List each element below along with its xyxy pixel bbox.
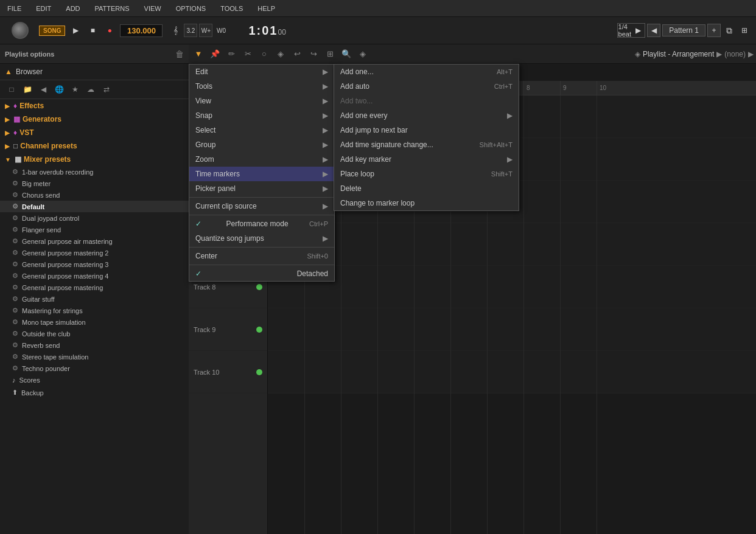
- mixer-item-13[interactable]: ⚙ Mono tape simulation: [0, 316, 189, 328]
- mixer-item-16[interactable]: ⚙ Stereo tape simulation: [0, 351, 189, 362]
- sidebar-vst-header[interactable]: ▶ ♦ VST: [0, 126, 189, 139]
- new-doc-icon[interactable]: □: [5, 83, 18, 96]
- beat-arrow-right[interactable]: ▶: [631, 24, 645, 37]
- mixer-item-11[interactable]: ⚙ Guitar stuff: [0, 293, 189, 305]
- web-icon[interactable]: 🌐: [52, 83, 66, 96]
- mixer-item-6[interactable]: ⚙ General purpose air mastering: [0, 235, 189, 247]
- menu-group-item[interactable]: Group ▶: [189, 137, 334, 152]
- menu-performance-mode-item[interactable]: ✓ Performance mode Ctrl+P: [189, 217, 334, 231]
- scores-item[interactable]: ♪ Scores: [0, 374, 189, 386]
- time-sig-display[interactable]: 3.2: [184, 24, 197, 37]
- folder-icon[interactable]: 📁: [21, 83, 34, 96]
- track-dot-6: [256, 369, 262, 375]
- stop-button[interactable]: ■: [86, 24, 99, 37]
- mixer-item-17[interactable]: ⚙ Techno pounder: [0, 362, 189, 374]
- mixer-item-1[interactable]: ⚙ Big meter: [0, 178, 189, 189]
- submenu-add-one-every[interactable]: Add one every ▶: [334, 108, 519, 123]
- menu-tools[interactable]: TOOLS: [218, 4, 245, 13]
- bpm-display[interactable]: 130.000: [120, 24, 163, 37]
- pl-pin-btn[interactable]: 📌: [208, 47, 222, 61]
- gear-icon-6: ⚙: [12, 237, 18, 245]
- mixer-item-8[interactable]: ⚙ General purpose mastering 3: [0, 258, 189, 270]
- menu-add[interactable]: ADD: [63, 4, 82, 13]
- menu-patterns[interactable]: PATTERNS: [93, 4, 132, 13]
- metronome-icon[interactable]: 𝄞: [169, 24, 182, 37]
- mixer-item-7[interactable]: ⚙ General purpose mastering 2: [0, 247, 189, 258]
- grid-line-10: [597, 95, 597, 534]
- beat-label-display[interactable]: 1/4 beat: [618, 24, 631, 37]
- trash-button[interactable]: 🗑: [175, 49, 184, 59]
- backup-item[interactable]: ⬆ Backup: [0, 386, 189, 399]
- mixer-item-0[interactable]: ⚙ 1-bar overdub recording: [0, 166, 189, 178]
- mixer-item-label-17: Techno pounder: [22, 365, 70, 372]
- menu-picker-panel-item[interactable]: Picker panel ▶: [189, 181, 334, 196]
- submenu-add-time-sig[interactable]: Add time signature change... Shift+Alt+T: [334, 137, 519, 152]
- submenu-add-jump[interactable]: Add jump to next bar: [334, 123, 519, 137]
- play-button[interactable]: ▶: [69, 24, 82, 37]
- pl-fit-btn[interactable]: ⊞: [323, 47, 337, 61]
- menu-edit-item[interactable]: Edit ▶: [189, 64, 334, 79]
- pl-vol-btn[interactable]: ◈: [273, 47, 288, 61]
- record-button[interactable]: ●: [103, 24, 116, 37]
- menu-view-item[interactable]: View ▶: [189, 94, 334, 108]
- menu-quantize-item[interactable]: Quantize song jumps ▶: [189, 231, 334, 246]
- mixer-icon[interactable]: W0: [214, 24, 228, 37]
- submenu-change-to-marker-loop[interactable]: Change to marker loop: [334, 196, 519, 210]
- submenu-add-one[interactable]: Add one... Alt+T: [334, 64, 519, 79]
- menu-current-clip-label: Current clip source: [195, 202, 257, 210]
- pl-zoom-btn[interactable]: 🔍: [339, 47, 354, 61]
- menu-options[interactable]: OPTIONS: [173, 4, 209, 13]
- mixer-item-4[interactable]: ⚙ Dual joypad control: [0, 212, 189, 224]
- arrows-icon[interactable]: ⇄: [100, 83, 113, 96]
- mixer-item-15[interactable]: ⚙ Reverb send: [0, 339, 189, 351]
- menu-help[interactable]: HELP: [255, 4, 278, 13]
- gear-icon-5: ⚙: [12, 226, 18, 234]
- sidebar-effects-header[interactable]: ▶ ♦ Effects: [0, 99, 189, 113]
- menu-current-clip-item[interactable]: Current clip source ▶: [189, 199, 334, 213]
- pl-redo-btn[interactable]: ↪: [306, 47, 321, 61]
- sidebar-generators-header[interactable]: ▶ ▦ Generators: [0, 113, 189, 126]
- pl-mute-btn[interactable]: ○: [257, 47, 271, 61]
- pattern-grid-icon[interactable]: ⊞: [738, 24, 751, 37]
- mixer-item-9[interactable]: ⚙ General purpose mastering 4: [0, 270, 189, 282]
- pl-audio-btn[interactable]: ◈: [355, 47, 370, 61]
- mixer-item-5[interactable]: ⚙ Flanger send: [0, 224, 189, 235]
- pattern-add-button[interactable]: +: [707, 24, 721, 37]
- mixer-item-14[interactable]: ⚙ Outside the club: [0, 328, 189, 339]
- menu-zoom-item[interactable]: Zoom ▶: [189, 152, 334, 167]
- menu-center-item[interactable]: Center Shift+0: [189, 249, 334, 263]
- cloud-icon[interactable]: ☁: [84, 83, 97, 96]
- sidebar-mixer-presets-header[interactable]: ▼ ▦ Mixer presets: [0, 153, 189, 166]
- menu-view[interactable]: VIEW: [142, 4, 164, 13]
- submenu-place-loop[interactable]: Place loop Shift+T: [334, 167, 519, 181]
- back-icon[interactable]: ◀: [37, 83, 50, 96]
- playlist-menu-btn[interactable]: ▼: [191, 47, 206, 61]
- menu-edit[interactable]: EDIT: [33, 4, 54, 13]
- pl-tool1[interactable]: ✏: [224, 47, 239, 61]
- menu-tools-item[interactable]: Tools ▶: [189, 79, 334, 94]
- submenu-delete[interactable]: Delete: [334, 181, 519, 196]
- pattern-nav-left[interactable]: ◀: [647, 24, 660, 37]
- mixer-item-2[interactable]: ⚙ Chorus send: [0, 189, 189, 201]
- menu-snap-item[interactable]: Snap ▶: [189, 108, 334, 123]
- add-track-icon[interactable]: W+: [199, 24, 212, 37]
- pl-undo-btn[interactable]: ↩: [290, 47, 304, 61]
- pl-tool2[interactable]: ✂: [240, 47, 255, 61]
- menu-time-markers-item[interactable]: Time markers ▶: [189, 167, 334, 181]
- gear-icon-11: ⚙: [12, 295, 18, 303]
- mixer-item-10[interactable]: ⚙ General purpose mastering: [0, 282, 189, 293]
- pattern-clone-icon[interactable]: ⧉: [723, 24, 736, 37]
- browser-header[interactable]: ▲ Browser: [0, 64, 189, 80]
- menu-detached-item[interactable]: ✓ Detached: [189, 266, 334, 281]
- menu-select-item[interactable]: Select ▶: [189, 123, 334, 137]
- mode-badge[interactable]: SONG: [39, 26, 65, 36]
- star-icon[interactable]: ★: [68, 83, 82, 96]
- add-time-sig-shortcut: Shift+Alt+T: [480, 141, 513, 148]
- pattern-label[interactable]: Pattern 1: [662, 24, 705, 36]
- mixer-item-12[interactable]: ⚙ Mastering for strings: [0, 305, 189, 316]
- submenu-add-key-marker[interactable]: Add key marker ▶: [334, 152, 519, 167]
- menu-file[interactable]: FILE: [5, 4, 24, 13]
- submenu-add-auto[interactable]: Add auto Ctrl+T: [334, 79, 519, 94]
- sidebar-channel-presets-header[interactable]: ▶ □ Channel presets: [0, 139, 189, 153]
- mixer-item-3[interactable]: ⚙ Default: [0, 201, 189, 212]
